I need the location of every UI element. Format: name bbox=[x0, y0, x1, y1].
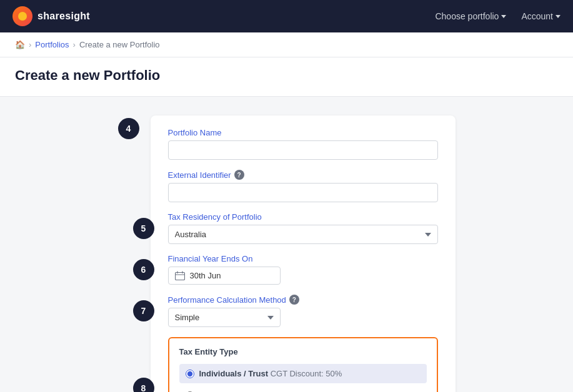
breadcrumb: 🏠 › Portfolios › Create a new Portfolio bbox=[0, 32, 573, 57]
help-icon[interactable]: ? bbox=[234, 170, 244, 180]
main-content: 4 Portfolio Name External Identifier ? bbox=[0, 97, 573, 392]
chevron-down-icon bbox=[556, 15, 561, 18]
page-title-section: Create a new Portfolio bbox=[0, 57, 573, 97]
navbar-right: Choose portfolio Account bbox=[435, 11, 561, 21]
step7-badge: 7 bbox=[133, 300, 154, 321]
step5-badge: 5 bbox=[133, 218, 154, 239]
logo-inner bbox=[18, 12, 27, 21]
step4-badge: 4 bbox=[118, 118, 139, 139]
radio-individuals[interactable]: Individuals / Trust CGT Discount: 50% bbox=[179, 364, 427, 383]
step6-badge: 6 bbox=[133, 259, 154, 280]
perf-calc-label: Performance Calculation Method ? bbox=[168, 295, 438, 305]
calendar-icon bbox=[175, 271, 185, 280]
page-title: Create a new Portfolio bbox=[15, 67, 558, 84]
tax-entity-box: Tax Entity Type Individuals / Trust CGT … bbox=[168, 337, 438, 392]
radio-label-individuals: Individuals / Trust CGT Discount: 50% bbox=[199, 369, 342, 378]
tax-residency-label: Tax Residency of Portfolio bbox=[168, 212, 438, 222]
breadcrumb-sep1: › bbox=[29, 40, 31, 49]
financial-year-picker[interactable]: 30th Jun bbox=[168, 267, 281, 285]
chevron-down-icon bbox=[501, 15, 506, 18]
navbar: sharesight Choose portfolio Account bbox=[0, 0, 573, 32]
choose-portfolio-button[interactable]: Choose portfolio bbox=[435, 11, 506, 21]
tax-residency-select[interactable]: Australia bbox=[168, 225, 438, 244]
step8-badge: 8 bbox=[133, 378, 154, 392]
perf-calc-select[interactable]: Simple bbox=[168, 308, 281, 327]
svg-rect-0 bbox=[175, 273, 184, 280]
navbar-left: sharesight bbox=[12, 6, 90, 26]
external-id-input[interactable] bbox=[168, 183, 438, 202]
portfolio-name-input[interactable] bbox=[168, 140, 438, 160]
external-id-label: External Identifier ? bbox=[168, 170, 438, 180]
tax-entity-title: Tax Entity Type bbox=[179, 347, 427, 356]
brand-name: sharesight bbox=[37, 11, 90, 22]
financial-year-date: 30th Jun bbox=[190, 271, 221, 280]
breadcrumb-current: Create a new Portfolio bbox=[79, 40, 160, 49]
home-link[interactable]: 🏠 bbox=[15, 40, 25, 49]
portfolio-name-label: Portfolio Name bbox=[168, 128, 438, 137]
radio-smsf[interactable]: Self Managed Super Fund CGT Discount: 33… bbox=[179, 386, 427, 392]
account-button[interactable]: Account bbox=[521, 11, 561, 21]
logo-icon bbox=[12, 6, 32, 26]
portfolios-link[interactable]: Portfolios bbox=[35, 40, 69, 49]
financial-year-label: Financial Year Ends On bbox=[168, 254, 438, 263]
portfolio-name-group: Portfolio Name bbox=[168, 128, 438, 160]
radio-input-individuals[interactable] bbox=[186, 370, 194, 378]
breadcrumb-sep2: › bbox=[73, 40, 76, 49]
perf-help-icon[interactable]: ? bbox=[289, 295, 299, 305]
